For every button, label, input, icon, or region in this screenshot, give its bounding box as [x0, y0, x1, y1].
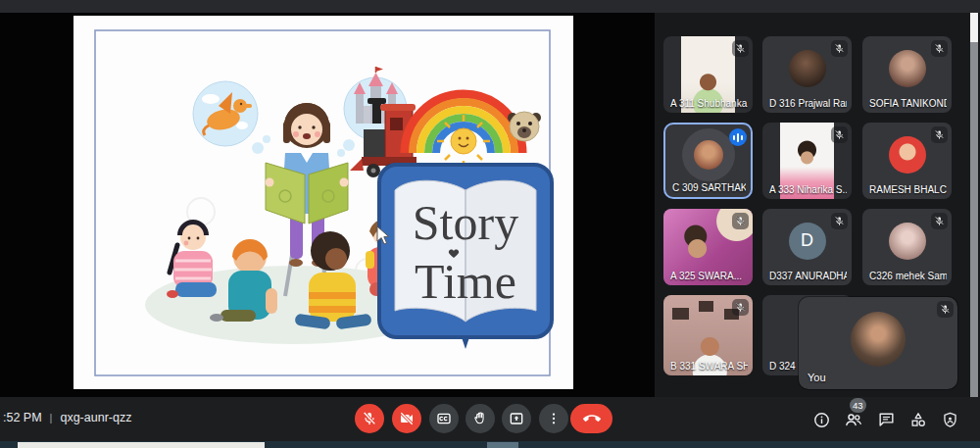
- mic-off-icon: [931, 40, 948, 57]
- avatar: [889, 50, 926, 87]
- participant-tile[interactable]: A 311 Shubhanka...: [663, 36, 753, 113]
- end-call-icon: [583, 410, 601, 427]
- window-top-strip: [0, 0, 980, 13]
- clock-time: :52 PM: [3, 411, 42, 424]
- self-label: You: [808, 372, 826, 383]
- activities-button[interactable]: [907, 409, 929, 430]
- mic-off-icon: [732, 299, 749, 316]
- meeting-info: :52 PM | qxg-aunr-qzz: [3, 411, 131, 424]
- raise-hand-icon: [472, 411, 488, 426]
- end-call-button[interactable]: [570, 404, 612, 433]
- more-options-icon: [546, 411, 562, 426]
- self-view-tile[interactable]: You: [799, 297, 957, 389]
- mic-off-icon: [831, 40, 848, 57]
- scrollbar-thumb[interactable]: [970, 13, 978, 42]
- participant-tile[interactable]: D D337 ANURADHA...: [762, 209, 852, 285]
- participant-tile-speaking[interactable]: C 309 SARTHAK ...: [663, 123, 753, 199]
- taskbar-segment: [487, 442, 518, 448]
- participant-count-badge: 43: [850, 398, 866, 413]
- participant-tile[interactable]: SOFIA TANIKONDA: [862, 36, 952, 113]
- meeting-code: qxg-aunr-qzz: [60, 411, 131, 424]
- raise-hand-button[interactable]: [466, 404, 495, 433]
- people-icon: [844, 410, 863, 429]
- dragon-thought-bubble: [193, 81, 270, 154]
- mic-off-icon: [732, 40, 749, 57]
- shared-slide: Story Time: [74, 16, 573, 389]
- avatar: [789, 50, 826, 87]
- participant-name: A 311 Shubhanka...: [670, 98, 748, 109]
- participant-name: RAMESH BHALC...: [869, 184, 947, 195]
- separator: |: [50, 412, 53, 423]
- google-meet-window: Story Time A 311 Shubhanka... D 316 Praj…: [0, 0, 980, 448]
- mic-button-muted[interactable]: [355, 404, 384, 433]
- chat-button[interactable]: [875, 409, 897, 430]
- mic-off-icon: [831, 213, 848, 229]
- avatar: [889, 223, 926, 260]
- participant-tile[interactable]: RAMESH BHALC...: [862, 123, 952, 199]
- camera-button-off[interactable]: [392, 404, 421, 433]
- mic-off-icon: [931, 126, 948, 143]
- avatar: [889, 136, 926, 174]
- mic-off-icon: [931, 213, 948, 229]
- participant-name: D337 ANURADHA...: [769, 271, 847, 281]
- info-icon: [812, 411, 831, 429]
- mic-off-icon: [362, 411, 377, 426]
- story-time-illustration: Story Time: [74, 16, 573, 389]
- participant-tile[interactable]: C326 mehek Sam...: [862, 209, 952, 285]
- speaking-indicator-icon: [729, 128, 747, 146]
- participant-tile[interactable]: A 333 Niharika S...: [762, 123, 852, 199]
- logo-text-time: Time: [415, 254, 516, 309]
- camera-off-icon: [399, 411, 415, 426]
- self-avatar: [851, 312, 906, 367]
- story-time-logo: Story Time: [350, 94, 552, 349]
- meet-toolbar: :52 PM | qxg-aunr-qzz 43: [0, 397, 980, 441]
- meeting-details-button[interactable]: [810, 409, 832, 430]
- mic-off-icon: [831, 126, 848, 143]
- mic-off-icon: [732, 213, 749, 229]
- participant-name: A 333 Niharika S...: [769, 184, 847, 195]
- participant-tile[interactable]: D 316 Prajwal Ran...: [762, 36, 852, 113]
- participant-tile[interactable]: A 325 SWARA...: [663, 209, 753, 285]
- chat-icon: [877, 411, 896, 429]
- host-controls-button[interactable]: [939, 409, 960, 430]
- participant-name: C 309 SARTHAK ...: [672, 182, 746, 193]
- letter-avatar: D: [789, 223, 826, 260]
- mouse-cursor: [376, 225, 390, 245]
- taskbar-segment: [18, 442, 265, 448]
- screen-share-area: Story Time: [0, 13, 655, 397]
- present-button[interactable]: [502, 404, 531, 433]
- captions-button[interactable]: [429, 404, 459, 433]
- participant-name: D 316 Prajwal Ran...: [769, 98, 847, 109]
- participant-name: A 325 SWARA...: [670, 271, 748, 281]
- shield-lock-icon: [941, 411, 959, 429]
- participant-name: C326 mehek Sam...: [869, 271, 947, 281]
- participant-name: B 331 SWARA SH...: [670, 361, 748, 372]
- participant-name: SOFIA TANIKONDA: [869, 98, 947, 109]
- more-options-button[interactable]: [539, 404, 568, 433]
- taskbar-edge: [0, 441, 980, 448]
- mic-off-icon: [937, 301, 954, 318]
- captions-icon: [436, 411, 452, 426]
- present-icon: [509, 411, 524, 426]
- activities-icon: [908, 410, 928, 429]
- scrollbar[interactable]: [970, 13, 978, 441]
- avatar: [694, 140, 723, 170]
- participant-tile[interactable]: B 331 SWARA SH...: [663, 295, 753, 375]
- logo-text-story: Story: [413, 195, 518, 250]
